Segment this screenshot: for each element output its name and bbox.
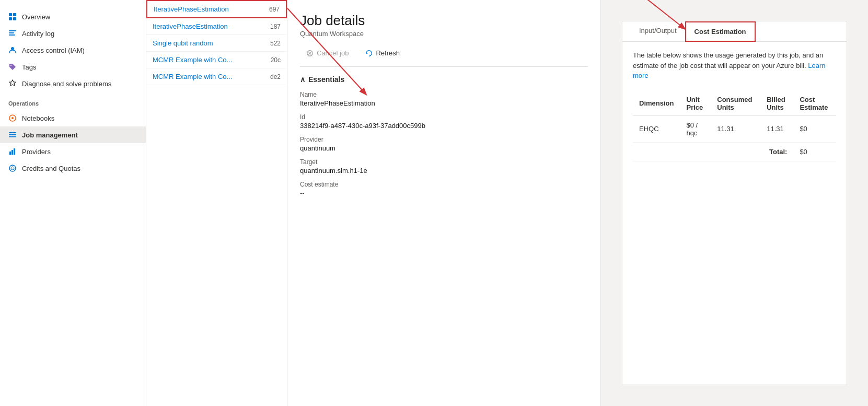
overview-icon xyxy=(8,13,17,21)
svg-rect-14 xyxy=(9,152,11,155)
job-details-subtitle: Quantum Workspace xyxy=(300,30,588,38)
total-row: Total: $0 xyxy=(633,142,836,161)
tabs-bar: Input/Output Cost Estimation xyxy=(622,21,847,42)
job-list-item-1[interactable]: IterativePhaseEstimation 187 xyxy=(146,18,287,35)
diagnose-icon xyxy=(8,79,17,88)
row-billed: 11.31 xyxy=(760,115,793,142)
sidebar-item-label: Overview xyxy=(22,13,50,21)
id-label: Id xyxy=(300,113,588,121)
sidebar-item-label: Activity log xyxy=(22,30,54,38)
job-list-item-3[interactable]: MCMR Example with Co... 20c xyxy=(146,52,287,68)
svg-rect-5 xyxy=(9,32,14,33)
name-label: Name xyxy=(300,91,588,98)
job-name: IterativePhaseEstimation xyxy=(153,22,266,30)
sidebar-item-activity-log[interactable]: Activity log xyxy=(0,25,146,42)
notebooks-icon xyxy=(8,114,17,122)
job-name: MCMR Example with Co... xyxy=(153,56,267,64)
cancel-icon xyxy=(306,50,314,57)
name-value: IterativePhaseEstimation xyxy=(300,99,588,107)
refresh-icon xyxy=(365,50,373,57)
provider-field-group: Provider quantinuum xyxy=(300,136,588,152)
svg-rect-4 xyxy=(9,30,16,31)
svg-point-7 xyxy=(11,47,14,50)
job-list-panel: IterativePhaseEstimation 697 IterativePh… xyxy=(146,0,287,406)
svg-point-8 xyxy=(10,65,11,66)
credits-icon xyxy=(8,164,17,172)
total-label: Total: xyxy=(633,142,793,161)
job-list-item-0[interactable]: IterativePhaseEstimation 697 xyxy=(146,0,287,18)
cancel-job-button[interactable]: Cancel job xyxy=(300,46,355,60)
cancel-job-label: Cancel job xyxy=(317,49,349,57)
refresh-label: Refresh xyxy=(376,49,400,57)
job-name: MCMR Example with Co... xyxy=(153,73,266,80)
job-id: 522 xyxy=(270,40,281,47)
cost-panel: Input/Output Cost Estimation The table b… xyxy=(622,21,847,385)
sidebar-item-credits-quotas[interactable]: Credits and Quotas xyxy=(0,160,146,177)
sidebar-item-tags[interactable]: Tags xyxy=(0,59,146,75)
sidebar-item-job-management[interactable]: Job management xyxy=(0,126,146,143)
cost-field-group: Cost estimate -- xyxy=(300,181,588,197)
col-dimension: Dimension xyxy=(633,91,680,116)
provider-value: quantinuum xyxy=(300,144,588,152)
tags-icon xyxy=(8,63,17,71)
chevron-up-icon: ∧ xyxy=(300,75,305,84)
target-label: Target xyxy=(300,158,588,166)
col-unit-price: Unit Price xyxy=(680,91,711,116)
row-consumed: 11.31 xyxy=(711,115,760,142)
tab-input-output[interactable]: Input/Output xyxy=(631,21,685,42)
svg-rect-6 xyxy=(9,34,15,36)
row-cost-estimate: $0 xyxy=(793,115,836,142)
svg-rect-11 xyxy=(9,132,16,133)
sidebar-item-label: Notebooks xyxy=(22,114,54,122)
sidebar-item-label: Credits and Quotas xyxy=(22,165,80,172)
tab-cost-estimation-label: Cost Estimation xyxy=(695,28,746,36)
cost-table: Dimension Unit Price Consumed Units Bill… xyxy=(633,91,836,161)
sidebar-item-iam[interactable]: Access control (IAM) xyxy=(0,42,146,59)
job-name: IterativePhaseEstimation xyxy=(154,5,265,13)
svg-rect-0 xyxy=(9,13,12,16)
sidebar-item-overview[interactable]: Overview xyxy=(0,8,146,25)
svg-rect-13 xyxy=(9,136,16,137)
job-management-icon xyxy=(8,131,17,139)
operations-section-label: Operations xyxy=(0,92,146,110)
svg-rect-16 xyxy=(14,148,15,155)
table-row: EHQC $0 / hqc 11.31 11.31 $0 xyxy=(633,115,836,142)
providers-icon xyxy=(8,147,17,156)
cost-content: The table below shows the usage generate… xyxy=(622,42,847,170)
svg-rect-2 xyxy=(9,17,12,20)
svg-rect-1 xyxy=(13,13,16,16)
svg-rect-15 xyxy=(11,150,13,155)
app-wrapper: Overview Activity log Access control (IA… xyxy=(0,0,868,406)
cost-label: Cost estimate xyxy=(300,181,588,188)
sidebar-item-label: Access control (IAM) xyxy=(22,47,85,54)
sidebar-item-diagnose[interactable]: Diagnose and solve problems xyxy=(0,75,146,92)
refresh-button[interactable]: Refresh xyxy=(359,46,406,60)
panels-row: IterativePhaseEstimation 697 IterativePh… xyxy=(146,0,868,406)
tab-cost-estimation[interactable]: Cost Estimation xyxy=(685,21,756,42)
iam-icon xyxy=(8,46,17,54)
target-value: quantinuum.sim.h1-1e xyxy=(300,167,588,175)
col-billed: Billed Units xyxy=(760,91,793,116)
right-section: IterativePhaseEstimation 697 IterativePh… xyxy=(146,0,868,406)
job-details-title: Job details xyxy=(300,13,588,29)
total-value: $0 xyxy=(793,142,836,161)
cost-value: -- xyxy=(300,189,588,197)
sidebar-item-label: Providers xyxy=(22,148,51,156)
svg-rect-3 xyxy=(13,17,16,20)
activity-log-icon xyxy=(8,29,17,38)
tab-input-output-label: Input/Output xyxy=(639,27,677,34)
essentials-label: Essentials xyxy=(308,75,344,84)
provider-label: Provider xyxy=(300,136,588,143)
toolbar: Cancel job Refresh xyxy=(300,46,588,67)
svg-rect-12 xyxy=(9,134,16,135)
name-field-group: Name IterativePhaseEstimation xyxy=(300,91,588,107)
row-unit-price: $0 / hqc xyxy=(680,115,711,142)
col-cost-estimate: Cost Estimate xyxy=(793,91,836,116)
job-list-item-2[interactable]: Single qubit random 522 xyxy=(146,35,287,52)
essentials-header: ∧ Essentials xyxy=(300,75,588,84)
id-field-group: Id 338214f9-a487-430c-a93f-37add00c599b xyxy=(300,113,588,130)
sidebar-item-providers[interactable]: Providers xyxy=(0,143,146,160)
job-list-item-4[interactable]: MCMR Example with Co... de2 xyxy=(146,68,287,85)
svg-point-10 xyxy=(11,117,14,119)
sidebar-item-notebooks[interactable]: Notebooks xyxy=(0,110,146,126)
